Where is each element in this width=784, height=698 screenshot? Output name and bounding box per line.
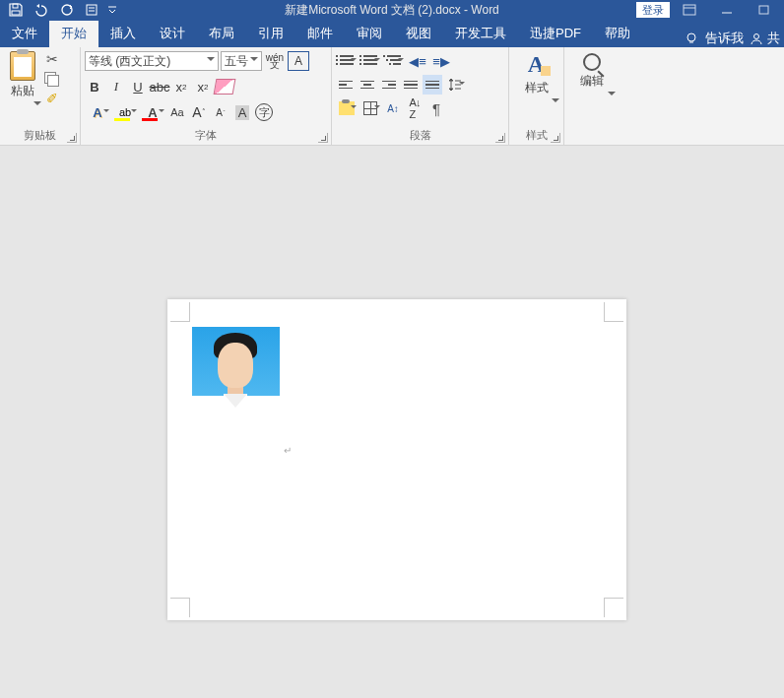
document-title: 新建Microsoft Word 文档 (2).docx - Word bbox=[285, 2, 499, 19]
group-label-font: 字体 bbox=[81, 128, 331, 143]
margin-corner-icon bbox=[604, 302, 623, 322]
circle-icon: 字 bbox=[255, 103, 273, 121]
tab-home[interactable]: 开始 bbox=[49, 21, 98, 47]
login-button[interactable]: 登录 bbox=[636, 2, 670, 18]
margin-corner-icon bbox=[170, 302, 190, 322]
tab-layout[interactable]: 布局 bbox=[197, 21, 246, 47]
sort-button[interactable]: A↓Z bbox=[405, 98, 425, 118]
undo-icon[interactable] bbox=[30, 1, 53, 19]
chevron-down-icon bbox=[374, 105, 380, 108]
align-distribute-button[interactable] bbox=[423, 75, 442, 95]
find-icon[interactable] bbox=[583, 53, 601, 71]
decrease-indent-button[interactable]: ◀≡ bbox=[407, 51, 428, 71]
font-color-button[interactable]: A bbox=[140, 102, 165, 122]
enclose-char-button[interactable]: 字 bbox=[254, 102, 274, 122]
font-name-combo[interactable]: 等线 (西文正文) bbox=[85, 51, 219, 71]
margin-corner-icon bbox=[170, 598, 190, 617]
underline-button[interactable]: U bbox=[128, 77, 148, 96]
group-clipboard: 粘贴 ✂ ✐ 剪贴板 bbox=[0, 47, 81, 145]
numbering-button[interactable] bbox=[359, 51, 381, 71]
save-icon[interactable] bbox=[4, 1, 28, 19]
line-spacing-button[interactable] bbox=[444, 75, 466, 95]
cut-button[interactable]: ✂ bbox=[43, 51, 61, 67]
tab-references[interactable]: 引用 bbox=[246, 21, 295, 47]
align-center-button[interactable] bbox=[358, 75, 377, 95]
phonetic-guide-button[interactable]: wén文 bbox=[264, 51, 286, 71]
page[interactable]: ↵ bbox=[167, 299, 626, 620]
text-effects-button[interactable]: A bbox=[85, 102, 110, 122]
redo-icon[interactable] bbox=[55, 1, 79, 19]
quick-access-toolbar bbox=[0, 1, 118, 19]
align-right-button[interactable] bbox=[379, 75, 399, 95]
pilcrow-icon: ¶ bbox=[432, 100, 440, 117]
tab-help[interactable]: 帮助 bbox=[593, 21, 642, 47]
document-area[interactable]: ↵ bbox=[0, 146, 784, 698]
dialog-launcher-icon[interactable] bbox=[67, 133, 77, 143]
shrink-font-button[interactable]: A˅ bbox=[211, 102, 230, 122]
styles-icon[interactable]: A bbox=[528, 51, 545, 78]
share-label: 共 bbox=[767, 30, 780, 47]
ribbon-options-icon[interactable] bbox=[672, 1, 707, 19]
tab-view[interactable]: 视图 bbox=[394, 21, 443, 47]
strikethrough-button[interactable]: abc bbox=[150, 77, 169, 96]
lightbulb-icon[interactable] bbox=[684, 31, 699, 46]
clear-format-button[interactable] bbox=[215, 77, 234, 96]
bold-button[interactable]: B bbox=[85, 77, 104, 96]
highlight-button[interactable]: ab bbox=[112, 102, 138, 122]
title-bar: 新建Microsoft Word 文档 (2).docx - Word 登录 bbox=[0, 0, 784, 20]
paste-button[interactable]: 粘贴 bbox=[4, 49, 41, 109]
minimize-icon[interactable] bbox=[709, 1, 745, 19]
character-border-button[interactable]: A bbox=[288, 51, 309, 71]
photo-face bbox=[218, 343, 253, 388]
grow-font-button[interactable]: A˄ bbox=[189, 102, 209, 122]
inserted-image[interactable] bbox=[192, 327, 280, 453]
group-paragraph: ◀≡ ≡▶ A↕ A↓Z ¶ 段落 bbox=[332, 47, 509, 145]
multilevel-icon bbox=[387, 55, 401, 67]
bullets-button[interactable] bbox=[336, 51, 358, 71]
superscript-button[interactable]: x2 bbox=[193, 77, 213, 96]
tab-insert[interactable]: 插入 bbox=[98, 21, 148, 47]
chevron-down-icon bbox=[103, 109, 109, 112]
format-painter-button[interactable]: ✐ bbox=[43, 91, 61, 106]
align-left-button[interactable] bbox=[336, 75, 356, 95]
shading-button[interactable] bbox=[336, 98, 358, 118]
share-button[interactable]: 共 bbox=[750, 30, 780, 47]
maximize-icon[interactable] bbox=[747, 1, 782, 19]
borders-button[interactable] bbox=[359, 98, 381, 118]
chevron-down-icon[interactable] bbox=[608, 92, 616, 99]
tab-developer[interactable]: 开发工具 bbox=[443, 21, 518, 47]
eraser-icon bbox=[214, 79, 236, 95]
tab-file[interactable]: 文件 bbox=[0, 21, 49, 47]
chevron-down-icon[interactable] bbox=[552, 98, 559, 106]
char-shading-button[interactable]: A bbox=[232, 102, 252, 122]
italic-button[interactable]: I bbox=[106, 77, 126, 96]
show-marks-button[interactable]: ¶ bbox=[426, 98, 446, 118]
multilevel-button[interactable] bbox=[383, 51, 405, 71]
title-right: 登录 bbox=[636, 1, 784, 19]
numbering-icon bbox=[363, 55, 377, 67]
change-case-button[interactable]: Aa bbox=[167, 102, 187, 122]
tab-mail[interactable]: 邮件 bbox=[295, 21, 345, 47]
svg-rect-3 bbox=[87, 5, 97, 15]
copy-button[interactable] bbox=[43, 71, 61, 87]
group-label-paragraph: 段落 bbox=[332, 128, 508, 143]
styles-button-label: 样式 bbox=[525, 80, 549, 96]
dialog-launcher-icon[interactable] bbox=[318, 133, 328, 143]
dialog-launcher-icon[interactable] bbox=[551, 133, 560, 143]
tell-me[interactable]: 告诉我 bbox=[705, 30, 744, 47]
font-size-combo[interactable]: 五号 bbox=[221, 51, 262, 71]
tab-review[interactable]: 审阅 bbox=[345, 21, 394, 47]
text-direction-button[interactable]: A↕ bbox=[383, 98, 403, 118]
increase-indent-button[interactable]: ≡▶ bbox=[430, 51, 452, 71]
dialog-launcher-icon[interactable] bbox=[495, 133, 505, 143]
font-name-value: 等线 (西文正文) bbox=[89, 53, 170, 70]
align-justify-button[interactable] bbox=[401, 75, 421, 95]
copy-icon bbox=[44, 72, 60, 86]
chevron-down-icon bbox=[131, 109, 137, 112]
qat-dropdown-icon[interactable] bbox=[106, 1, 118, 19]
tab-pdf[interactable]: 迅捷PDF bbox=[518, 21, 593, 47]
touch-mode-icon[interactable] bbox=[81, 1, 104, 19]
subscript-button[interactable]: x2 bbox=[171, 77, 191, 96]
chevron-down-icon bbox=[351, 58, 357, 61]
tab-design[interactable]: 设计 bbox=[148, 21, 197, 47]
